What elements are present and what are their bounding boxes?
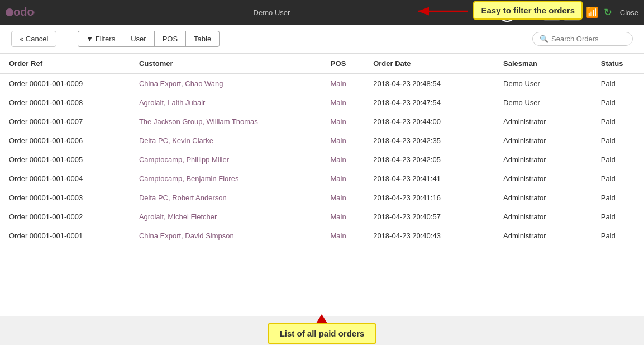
- order-date-cell: 2018-04-23 20:42:05: [364, 150, 494, 169]
- order-date-cell: 2018-04-23 20:44:00: [364, 112, 494, 131]
- time-display: 01:48: [520, 8, 540, 17]
- pos-cell: Main: [312, 74, 364, 93]
- salesman-cell: Administrator: [494, 150, 592, 169]
- order-date-cell: 2018-04-23 20:41:16: [364, 188, 494, 207]
- pos-cell: Main: [312, 188, 364, 207]
- svg-point-0: [6, 8, 13, 16]
- order-ref-cell: Order 00001-001-0001: [0, 226, 130, 245]
- pos-cell: Main: [312, 93, 364, 112]
- order-ref-cell: Order 00001-001-0008: [0, 93, 130, 112]
- search-box[interactable]: 🔍: [532, 32, 633, 46]
- pos-cell: Main: [312, 131, 364, 150]
- order-date-cell: 2018-04-23 20:40:43: [364, 226, 494, 245]
- close-button[interactable]: Close: [620, 8, 638, 17]
- pos-cell: Main: [312, 207, 364, 226]
- order-ref-cell: Order 00001-001-0002: [0, 207, 130, 226]
- customer-cell: China Export, David Simpson: [130, 226, 312, 245]
- customer-cell: Delta PC, Kevin Clarke: [130, 131, 312, 150]
- table-row[interactable]: Order 00001-001-0005 Camptocamp, Phillip…: [0, 150, 644, 169]
- order-ref-cell: Order 00001-001-0003: [0, 188, 130, 207]
- salesman-cell: Administrator: [494, 169, 592, 188]
- tooltip-bottom: List of all paid orders: [268, 323, 377, 344]
- col-header-status: Status: [592, 54, 644, 74]
- table-row[interactable]: Order 00001-001-0001 China Export, David…: [0, 226, 644, 245]
- customer-cell: Camptocamp, Benjamin Flores: [130, 169, 312, 188]
- table-row[interactable]: Order 00001-001-0004 Camptocamp, Benjami…: [0, 169, 644, 188]
- customer-cell: The Jackson Group, William Thomas: [130, 112, 312, 131]
- salesman-cell: Administrator: [494, 131, 592, 150]
- refresh-icon: ↻: [604, 6, 612, 18]
- pos-cell: Main: [312, 150, 364, 169]
- customer-cell: Agrolait, Laith Jubair: [130, 93, 312, 112]
- topbar-right: 10 01:48 + − 📶 ↻ Close: [498, 3, 638, 22]
- order-date-cell: 2018-04-23 20:41:41: [364, 169, 494, 188]
- session-number: 10: [504, 9, 511, 16]
- table-filter-button[interactable]: Table: [186, 31, 220, 47]
- orders-table: Order Ref Customer POS Order Date Salesm…: [0, 54, 644, 245]
- salesman-cell: Administrator: [494, 226, 592, 245]
- salesman-cell: Administrator: [494, 112, 592, 131]
- customer-cell: China Export, Chao Wang: [130, 74, 312, 93]
- search-input[interactable]: [551, 35, 629, 43]
- table-row[interactable]: Order 00001-001-0006 Delta PC, Kevin Cla…: [0, 131, 644, 150]
- order-ref-cell: Order 00001-001-0006: [0, 131, 130, 150]
- table-header-row: Order Ref Customer POS Order Date Salesm…: [0, 54, 644, 74]
- status-cell: Paid: [592, 188, 644, 207]
- status-cell: Paid: [592, 74, 644, 93]
- col-header-salesman: Salesman: [494, 54, 592, 74]
- order-ref-cell: Order 00001-001-0009: [0, 74, 130, 93]
- pos-cell: Main: [312, 112, 364, 131]
- status-cell: Paid: [592, 226, 644, 245]
- bottom-area: List of all paid orders: [0, 316, 644, 345]
- minus-button[interactable]: −: [564, 4, 580, 21]
- pos-filter-button[interactable]: POS: [155, 31, 186, 47]
- arrow-up-icon: [316, 314, 327, 323]
- demo-user-label: Demo User: [46, 8, 498, 17]
- salesman-cell: Demo User: [494, 93, 592, 112]
- status-cell: Paid: [592, 112, 644, 131]
- pos-cell: Main: [312, 226, 364, 245]
- pos-cell: Main: [312, 169, 364, 188]
- order-date-cell: 2018-04-23 20:42:35: [364, 131, 494, 150]
- salesman-cell: Administrator: [494, 188, 592, 207]
- order-date-cell: 2018-04-23 20:40:57: [364, 207, 494, 226]
- customer-cell: Agrolait, Michel Fletcher: [130, 207, 312, 226]
- search-icon: 🔍: [540, 35, 548, 43]
- user-filter-button[interactable]: User: [123, 31, 154, 47]
- filterbar: « Cancel ▼ Filters User POS Table 🔍: [0, 25, 644, 54]
- add-button[interactable]: +: [543, 4, 560, 21]
- table-row[interactable]: Order 00001-001-0003 Delta PC, Robert An…: [0, 188, 644, 207]
- cancel-button[interactable]: « Cancel: [11, 31, 56, 47]
- status-cell: Paid: [592, 150, 644, 169]
- wifi-icon: 📶: [586, 6, 598, 18]
- topbar: odoo Demo User 10 01:48 + − 📶 ↻ Close Ea…: [0, 0, 644, 25]
- col-header-order-ref: Order Ref: [0, 54, 130, 74]
- svg-text:odoo: odoo: [13, 6, 35, 18]
- status-cell: Paid: [592, 169, 644, 188]
- odoo-logo-icon: odoo: [6, 4, 35, 20]
- order-date-cell: 2018-04-23 20:48:54: [364, 74, 494, 93]
- status-cell: Paid: [592, 207, 644, 226]
- customer-cell: Delta PC, Robert Anderson: [130, 188, 312, 207]
- col-header-order-date: Order Date: [364, 54, 494, 74]
- status-cell: Paid: [592, 131, 644, 150]
- order-date-cell: 2018-04-23 20:47:54: [364, 93, 494, 112]
- table-row[interactable]: Order 00001-001-0002 Agrolait, Michel Fl…: [0, 207, 644, 226]
- salesman-cell: Demo User: [494, 74, 592, 93]
- table-row[interactable]: Order 00001-001-0008 Agrolait, Laith Jub…: [0, 93, 644, 112]
- order-ref-cell: Order 00001-001-0005: [0, 150, 130, 169]
- filter-section: ▼ Filters User POS Table: [78, 31, 220, 47]
- col-header-pos: POS: [312, 54, 364, 74]
- orders-table-container: Order Ref Customer POS Order Date Salesm…: [0, 54, 644, 316]
- status-cell: Paid: [592, 93, 644, 112]
- table-row[interactable]: Order 00001-001-0009 China Export, Chao …: [0, 74, 644, 93]
- tooltip-bottom-text: List of all paid orders: [280, 329, 365, 338]
- session-badge: 10: [498, 3, 517, 22]
- order-ref-cell: Order 00001-001-0007: [0, 112, 130, 131]
- filters-button[interactable]: ▼ Filters: [78, 31, 123, 47]
- table-row[interactable]: Order 00001-001-0007 The Jackson Group, …: [0, 112, 644, 131]
- customer-cell: Camptocamp, Phillipp Miller: [130, 150, 312, 169]
- salesman-cell: Administrator: [494, 207, 592, 226]
- col-header-customer: Customer: [130, 54, 312, 74]
- order-ref-cell: Order 00001-001-0004: [0, 169, 130, 188]
